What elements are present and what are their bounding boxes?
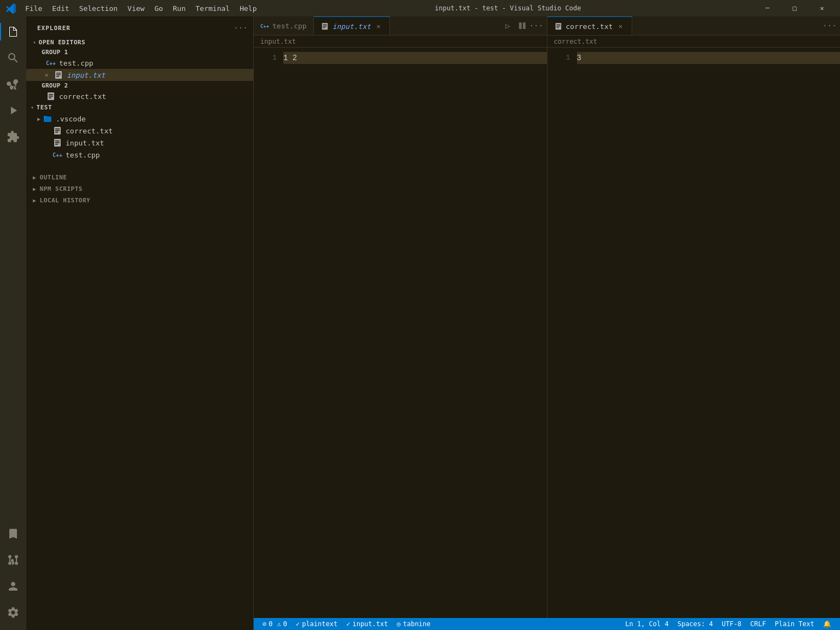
open-editors-header[interactable]: ▾ OPEN EDITORS xyxy=(26,37,253,48)
tab-bar-group2: correct.txt ✕ ··· xyxy=(547,16,841,36)
maximize-button[interactable]: □ xyxy=(782,0,807,16)
menu-file[interactable]: File xyxy=(21,3,46,14)
open-editor-input-txt-close[interactable]: ✕ xyxy=(42,70,51,80)
status-tabnine[interactable]: ◎ tabnine xyxy=(392,618,435,630)
editor-group1-content[interactable]: 1 1 2 xyxy=(254,48,547,618)
svg-rect-16 xyxy=(55,142,60,143)
status-errors[interactable]: ⊘ 0 ⚠ 0 xyxy=(258,618,291,630)
status-position[interactable]: Ln 1, Col 4 xyxy=(621,618,673,630)
svg-rect-13 xyxy=(55,132,58,133)
status-eol[interactable]: CRLF xyxy=(746,618,771,630)
title-bar-menu: File Edit Selection View Go Run Terminal… xyxy=(21,3,261,14)
tab-input-txt[interactable]: input.txt ✕ xyxy=(314,16,390,36)
svg-rect-11 xyxy=(55,129,60,130)
activity-run-debug[interactable] xyxy=(0,97,26,124)
tab-input-txt-close[interactable]: ✕ xyxy=(374,22,383,31)
svg-rect-1 xyxy=(56,73,61,74)
open-editor-test-cpp[interactable]: C++ test.cpp xyxy=(26,57,253,69)
status-language[interactable]: Plain Text xyxy=(771,618,819,630)
editor-group-1: C++ test.cpp xyxy=(254,16,547,618)
menu-selection[interactable]: Selection xyxy=(75,3,122,14)
svg-rect-7 xyxy=(49,97,51,98)
sidebar-header: EXPLORER ··· xyxy=(26,16,253,37)
sidebar-more-button[interactable]: ··· xyxy=(235,22,247,34)
status-notifications[interactable]: 🔔 xyxy=(819,618,836,630)
svg-rect-21 xyxy=(323,27,325,28)
activity-settings[interactable] xyxy=(0,599,26,626)
project-header[interactable]: ▾ TEST xyxy=(26,102,253,113)
menu-run[interactable]: Run xyxy=(168,3,190,14)
tab-test-cpp-icon: C++ xyxy=(260,22,269,31)
activity-source-control[interactable] xyxy=(0,71,26,97)
svg-rect-19 xyxy=(323,25,326,25)
svg-rect-2 xyxy=(56,74,61,75)
line-number-g2-1: 1 xyxy=(547,52,570,64)
eol-label: CRLF xyxy=(750,620,766,628)
line-numbers-group1: 1 xyxy=(254,48,281,618)
activity-explorer[interactable] xyxy=(0,19,26,45)
spaces-label: Spaces: 4 xyxy=(678,620,713,628)
open-editor-input-txt[interactable]: ✕ input.txt xyxy=(26,69,253,81)
group2-more-button[interactable]: ··· xyxy=(824,20,836,32)
minimize-button[interactable]: ─ xyxy=(755,0,780,16)
vscode-folder-label: .vscode xyxy=(56,115,86,123)
tab-input-txt-label: input.txt xyxy=(332,22,371,31)
code-lines-group1[interactable]: 1 2 xyxy=(281,48,547,618)
project-correct-txt-icon xyxy=(52,126,62,136)
run-button[interactable]: ▷ xyxy=(502,20,514,32)
open-editor-correct-txt[interactable]: correct.txt xyxy=(26,90,253,102)
activity-extensions[interactable] xyxy=(0,124,26,150)
activity-bottom xyxy=(0,521,26,630)
project-correct-txt[interactable]: correct.txt xyxy=(26,125,253,137)
main-layout: EXPLORER ··· ▾ OPEN EDITORS GROUP 1 C++ xyxy=(0,16,840,630)
project-test-cpp[interactable]: C++ test.cpp xyxy=(26,149,253,161)
status-bar-right: Ln 1, Col 4 Spaces: 4 UTF-8 CRLF Plain T… xyxy=(621,618,836,630)
sidebar: EXPLORER ··· ▾ OPEN EDITORS GROUP 1 C++ xyxy=(26,16,254,630)
editor-group2-content[interactable]: 1 3 xyxy=(547,48,841,618)
svg-rect-26 xyxy=(556,26,560,26)
code-line-g2-1: 3 xyxy=(577,52,841,64)
activity-accounts[interactable] xyxy=(0,573,26,599)
menu-terminal[interactable]: Terminal xyxy=(191,3,235,14)
window-controls: ─ □ ✕ xyxy=(755,0,835,16)
activity-search[interactable] xyxy=(0,45,26,71)
tabnine-icon: ◎ xyxy=(396,620,400,628)
tab-test-cpp[interactable]: C++ test.cpp xyxy=(254,16,314,36)
status-bar-left: ⊘ 0 ⚠ 0 ✓ plaintext ✓ input.txt ◎ tabnin… xyxy=(258,618,435,630)
project-label: TEST xyxy=(37,104,52,111)
encoding-label: UTF-8 xyxy=(722,620,742,628)
status-spaces[interactable]: Spaces: 4 xyxy=(673,618,718,630)
status-plaintext-check[interactable]: ✓ plaintext xyxy=(291,618,342,630)
split-editor-button[interactable] xyxy=(516,20,528,32)
local-history-section[interactable]: ▶ LOCAL HISTORY xyxy=(26,195,253,206)
tab-correct-txt[interactable]: correct.txt ✕ xyxy=(547,16,632,36)
outline-section[interactable]: ▶ OUTLINE xyxy=(26,172,253,183)
vscode-folder[interactable]: ▶ .vscode xyxy=(26,113,253,125)
menu-go[interactable]: Go xyxy=(150,3,167,14)
error-icon: ⊘ xyxy=(262,620,266,628)
project-input-txt[interactable]: input.txt xyxy=(26,137,253,149)
close-button[interactable]: ✕ xyxy=(809,0,835,16)
window-title: input.txt - test - Visual Studio Code xyxy=(261,4,755,12)
svg-rect-3 xyxy=(56,76,59,77)
svg-rect-23 xyxy=(523,22,526,29)
breadcrumb-filename-2: correct.txt xyxy=(554,38,597,45)
group1-more-button[interactable]: ··· xyxy=(530,20,542,32)
activity-pull-requests[interactable] xyxy=(0,547,26,573)
editor-group-2: correct.txt ✕ ··· correct.txt 1 xyxy=(547,16,841,618)
menu-edit[interactable]: Edit xyxy=(48,3,73,14)
project-input-txt-label: input.txt xyxy=(66,139,104,147)
editor-group1-breadcrumb: input.txt xyxy=(254,36,547,48)
status-input-check[interactable]: ✓ input.txt xyxy=(342,618,392,630)
open-editor-correct-txt-label: correct.txt xyxy=(59,92,106,101)
activity-bookmarks[interactable] xyxy=(0,521,26,547)
project-test-cpp-label: test.cpp xyxy=(66,151,100,159)
status-bar: ⊘ 0 ⚠ 0 ✓ plaintext ✓ input.txt ◎ tabnin… xyxy=(254,618,840,630)
tab-correct-txt-close[interactable]: ✕ xyxy=(616,22,625,31)
status-encoding[interactable]: UTF-8 xyxy=(718,618,746,630)
code-lines-group2[interactable]: 3 xyxy=(575,48,841,618)
menu-view[interactable]: View xyxy=(123,3,149,14)
menu-help[interactable]: Help xyxy=(235,3,261,14)
npm-scripts-label: NPM SCRIPTS xyxy=(40,185,83,192)
npm-scripts-section[interactable]: ▶ NPM SCRIPTS xyxy=(26,183,253,195)
